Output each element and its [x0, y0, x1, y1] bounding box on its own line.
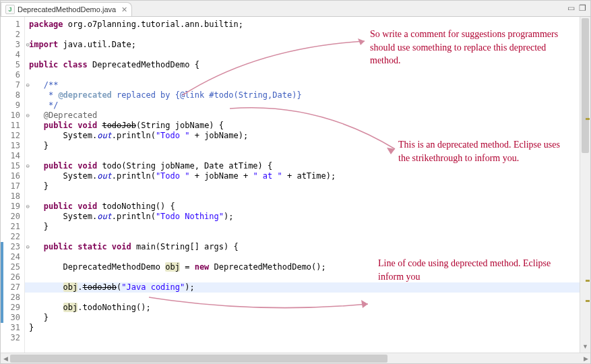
line-number: 17	[1, 181, 24, 191]
line-number: 4	[1, 50, 24, 60]
code-line[interactable]: }	[29, 181, 580, 191]
line-number: 21	[1, 222, 24, 232]
code-line[interactable]	[29, 272, 580, 282]
scroll-left-arrow-icon[interactable]: ◀	[1, 355, 10, 362]
line-number: 29	[1, 303, 24, 313]
overview-warning-mark[interactable]	[586, 300, 590, 302]
code-line[interactable]: }	[29, 141, 580, 151]
code-line[interactable]: public static void main(String[] args) {	[29, 242, 580, 252]
line-number: 28	[1, 293, 24, 303]
line-number: 10	[1, 111, 24, 121]
code-line[interactable]: @Deprecated	[29, 111, 580, 121]
code-line[interactable]	[29, 191, 580, 202]
vertical-scroll-thumb[interactable]	[582, 18, 589, 153]
line-number: 2	[1, 30, 24, 40]
code-editor[interactable]: package org.o7planning.tutorial.ann.buil…	[25, 17, 580, 353]
code-line[interactable]	[29, 151, 580, 161]
overview-warning-mark[interactable]	[586, 118, 590, 120]
line-number: 5	[1, 60, 24, 70]
code-line[interactable]: System.out.println("Todo " + jobName + "…	[29, 171, 580, 181]
line-number: 27	[1, 282, 24, 293]
code-line[interactable]: /**	[29, 80, 580, 90]
code-line[interactable]: DeprecatedMethodDemo obj = new Deprecate…	[29, 262, 580, 272]
line-number: 7	[1, 80, 24, 90]
change-marker	[1, 242, 3, 323]
close-tab-icon[interactable]: ✕	[121, 5, 127, 14]
code-line[interactable]: System.out.println("Todo Nothing");	[29, 212, 580, 222]
line-number: 11	[1, 121, 24, 131]
line-number: 12	[1, 131, 24, 141]
line-number: 14	[1, 151, 24, 161]
line-number: 26	[1, 272, 24, 282]
line-number: 30	[1, 313, 24, 323]
overview-warning-mark[interactable]	[586, 280, 590, 282]
line-number: 18	[1, 191, 24, 202]
horizontal-scrollbar[interactable]: ◀ ▶	[1, 353, 590, 363]
view-toolbar: ▭ ❐	[567, 3, 586, 13]
java-file-icon: J	[5, 5, 15, 14]
line-number: 1	[1, 20, 24, 30]
code-line[interactable]: */	[29, 100, 580, 111]
line-number: 31	[1, 323, 24, 333]
code-line[interactable]: * @deprecated replaced by {@link #todo(S…	[29, 90, 580, 100]
line-number-gutter[interactable]: 1234567891011121314151617181920212223242…	[1, 17, 25, 353]
line-number: 22	[1, 232, 24, 242]
line-number: 16	[1, 171, 24, 181]
code-line[interactable]: package org.o7planning.tutorial.ann.buil…	[29, 20, 580, 30]
scroll-down-arrow-icon[interactable]: ▼	[580, 343, 590, 353]
line-number: 24	[1, 252, 24, 262]
line-number: 6	[1, 70, 24, 80]
code-line[interactable]: import java.util.Date;	[29, 40, 580, 50]
code-line[interactable]: }	[29, 323, 580, 333]
minimize-view-icon[interactable]: ▭	[567, 3, 575, 13]
editor-tab[interactable]: J DeprecatedMethodDemo.java ✕	[1, 2, 132, 16]
line-number: 25	[1, 262, 24, 272]
code-line[interactable]: }	[29, 222, 580, 232]
tab-bar: J DeprecatedMethodDemo.java ✕ ▭ ❐	[1, 1, 590, 17]
line-number: 32	[1, 333, 24, 343]
line-number: 9	[1, 100, 24, 111]
horizontal-scroll-thumb[interactable]	[10, 355, 387, 363]
line-number: 13	[1, 141, 24, 151]
line-number: 8	[1, 90, 24, 100]
code-line[interactable]: System.out.println("Todo " + jobName);	[29, 131, 580, 141]
code-line[interactable]	[29, 333, 580, 343]
code-line[interactable]	[29, 30, 580, 40]
code-line[interactable]: public void todoNothing() {	[29, 202, 580, 212]
code-line[interactable]: obj.todoNothing();	[29, 303, 580, 313]
line-number: 3	[1, 40, 24, 50]
code-line[interactable]: public void todoJob(String jobName) {	[29, 121, 580, 131]
maximize-view-icon[interactable]: ❐	[579, 3, 586, 13]
code-line[interactable]: public class DeprecatedMethodDemo {	[29, 60, 580, 70]
line-number: 20	[1, 212, 24, 222]
code-line[interactable]	[29, 293, 580, 303]
tab-filename: DeprecatedMethodDemo.java	[18, 5, 116, 13]
vertical-scrollbar[interactable]: ▲ ▼	[580, 17, 590, 353]
code-line[interactable]: obj.todoJob("Java coding");	[29, 282, 580, 293]
line-number: 15	[1, 161, 24, 171]
code-line[interactable]: public void todo(String jobName, Date at…	[29, 161, 580, 171]
scroll-right-arrow-icon[interactable]: ▶	[581, 355, 590, 362]
code-line[interactable]	[29, 70, 580, 80]
line-number: 19	[1, 202, 24, 212]
code-line[interactable]	[29, 252, 580, 262]
horizontal-scroll-track[interactable]	[10, 355, 581, 363]
code-line[interactable]	[29, 232, 580, 242]
editor-area: 1234567891011121314151617181920212223242…	[1, 17, 590, 353]
line-number: 23	[1, 242, 24, 252]
code-line[interactable]: }	[29, 313, 580, 323]
code-line[interactable]	[29, 50, 580, 60]
